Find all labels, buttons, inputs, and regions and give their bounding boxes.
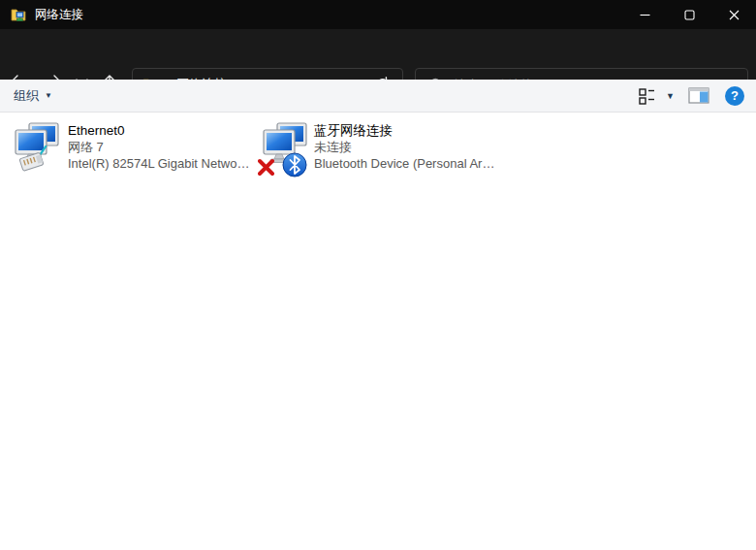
minimize-button[interactable] bbox=[622, 0, 667, 29]
preview-pane-icon[interactable] bbox=[688, 87, 709, 104]
help-icon[interactable]: ? bbox=[725, 86, 744, 106]
window-title: 网络连接 bbox=[35, 7, 83, 23]
connection-network: 未连接 bbox=[314, 139, 494, 155]
disconnected-x-icon bbox=[260, 161, 272, 174]
organize-label: 组织 bbox=[14, 87, 39, 105]
title-bar: 网络连接 bbox=[0, 0, 756, 29]
connection-name: 蓝牙网络连接 bbox=[314, 122, 494, 139]
command-bar: 组织 ▼ ▼ ? bbox=[0, 80, 756, 113]
maximize-icon bbox=[684, 10, 695, 20]
help-glyph: ? bbox=[731, 88, 739, 103]
folder-content: Ethernet0 网络 7 Intel(R) 82574L Gigabit N… bbox=[0, 113, 756, 550]
bluetooth-badge-icon bbox=[283, 153, 306, 177]
connection-device: Bluetooth Device (Personal Ar… bbox=[314, 155, 494, 172]
view-dropdown-icon[interactable]: ▼ bbox=[666, 91, 675, 101]
connection-item-ethernet0[interactable]: Ethernet0 网络 7 Intel(R) 82574L Gigabit N… bbox=[12, 120, 254, 182]
explorer-window: 网络连接 bbox=[0, 0, 756, 550]
connection-name: Ethernet0 bbox=[68, 122, 249, 139]
organize-dropdown-icon: ▼ bbox=[45, 91, 52, 100]
navigation-bar: › 网络连接 › bbox=[0, 29, 756, 80]
minimize-icon bbox=[640, 10, 650, 20]
bluetooth-adapter-icon bbox=[258, 120, 308, 178]
connection-network: 网络 7 bbox=[68, 139, 249, 155]
close-button[interactable] bbox=[711, 0, 756, 29]
network-connections-icon bbox=[11, 7, 26, 22]
organize-menu-button[interactable]: 组织 ▼ bbox=[14, 87, 52, 105]
connection-device: Intel(R) 82574L Gigabit Netwo… bbox=[68, 155, 249, 172]
view-tiles-icon[interactable] bbox=[637, 86, 658, 106]
connection-item-bluetooth[interactable]: 蓝牙网络连接 未连接 Bluetooth Device (Personal Ar… bbox=[258, 120, 500, 182]
close-icon bbox=[729, 10, 740, 20]
maximize-button[interactable] bbox=[667, 0, 711, 29]
ethernet-adapter-icon bbox=[12, 120, 62, 178]
